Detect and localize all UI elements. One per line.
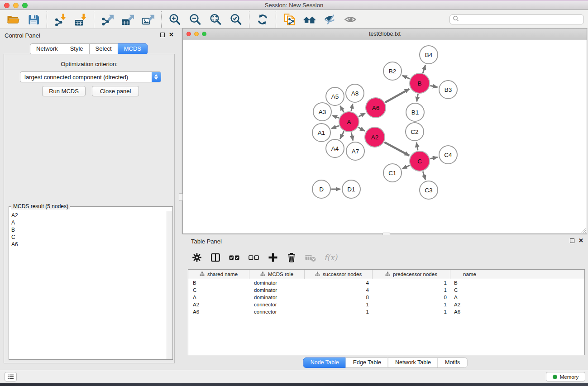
table-row[interactable]: A2connector11A2: [188, 301, 584, 308]
result-list-item[interactable]: A: [10, 219, 167, 226]
first-neighbors-icon[interactable]: [302, 12, 317, 27]
network-zoom-button[interactable]: [202, 32, 206, 36]
graph-edge-A-A3[interactable]: [333, 115, 339, 118]
close-panel-icon[interactable]: ✕: [169, 33, 174, 37]
result-list-item[interactable]: A6: [10, 241, 167, 248]
graph-edge-A-A6[interactable]: [359, 113, 365, 117]
tab-select[interactable]: Select: [89, 43, 118, 55]
graph-edge-A-A7[interactable]: [351, 133, 353, 141]
network-close-button[interactable]: [186, 32, 191, 36]
table-settings-gear-icon[interactable]: [191, 252, 202, 263]
table-cell[interactable]: A2: [188, 301, 249, 308]
graph-node-A1[interactable]: A1: [312, 124, 330, 142]
graph-edge-C-C3[interactable]: [423, 172, 425, 180]
graph-edge-C-C4[interactable]: [430, 157, 437, 159]
export-table-icon[interactable]: [120, 12, 135, 27]
table-cell[interactable]: 4: [305, 286, 373, 294]
zoom-fit-icon[interactable]: [208, 12, 223, 27]
column-header-shared-name[interactable]: shared name: [188, 270, 249, 279]
graph-edge-A2-C[interactable]: [384, 142, 409, 155]
delete-column-trash-icon[interactable]: [286, 252, 297, 263]
table-cell[interactable]: C: [450, 286, 489, 294]
graph-node-A2[interactable]: A2: [365, 127, 385, 147]
result-list-item[interactable]: A2: [10, 212, 167, 219]
tab-node-table[interactable]: Node Table: [303, 357, 346, 368]
tab-mcds[interactable]: MCDS: [118, 43, 148, 55]
network-minimize-button[interactable]: [194, 32, 199, 36]
zoom-window-button[interactable]: [22, 3, 28, 8]
graph-node-A8[interactable]: A8: [346, 84, 364, 102]
graph-edge-A-A5[interactable]: [340, 106, 344, 112]
table-cell[interactable]: [489, 286, 584, 294]
splitter-handle-vertical[interactable]: [179, 193, 183, 201]
graph-node-C[interactable]: C: [410, 151, 430, 171]
graph-node-B2[interactable]: B2: [383, 62, 402, 80]
float-panel-icon[interactable]: [160, 33, 165, 37]
graph-edge-A-A1[interactable]: [331, 126, 339, 129]
column-header-mcds-role[interactable]: MCDS role: [249, 270, 305, 279]
graph-edge-B-B2[interactable]: [402, 76, 410, 79]
table-row[interactable]: Cdominator41C: [188, 286, 584, 294]
result-list-item[interactable]: B: [10, 226, 167, 234]
table-row[interactable]: A6connector11A6: [188, 308, 584, 315]
network-from-selection-icon[interactable]: [282, 12, 296, 27]
graph-edge-C-C1[interactable]: [402, 166, 410, 169]
zoom-out-icon[interactable]: [188, 12, 202, 27]
tab-style[interactable]: Style: [64, 43, 90, 55]
table-cell[interactable]: [489, 279, 584, 286]
tab-network-table[interactable]: Network Table: [388, 357, 438, 368]
add-column-icon[interactable]: [268, 252, 278, 263]
table-cell[interactable]: A6: [450, 308, 489, 315]
column-header-name[interactable]: name: [450, 270, 489, 279]
table-cell[interactable]: [489, 294, 584, 301]
export-network-icon[interactable]: [100, 12, 115, 27]
table-cell[interactable]: connector: [249, 308, 305, 315]
graph-node-B1[interactable]: B1: [406, 103, 424, 121]
table-row[interactable]: Bdominator41B: [188, 279, 584, 286]
import-network-icon[interactable]: [53, 12, 67, 27]
graph-edge-A6-B[interactable]: [385, 89, 409, 103]
graph-edge-A-A2[interactable]: [359, 127, 365, 131]
graph-edge-B-B3[interactable]: [430, 86, 437, 87]
table-cell[interactable]: dominator: [249, 294, 305, 301]
graph-node-B[interactable]: B: [410, 73, 430, 93]
graph-node-C1[interactable]: C1: [383, 164, 402, 182]
criterion-dropdown[interactable]: largest connected component (directed): [20, 71, 161, 82]
graph-edge-A-A8[interactable]: [351, 104, 353, 111]
select-all-checkboxes-icon[interactable]: [229, 252, 240, 263]
tab-edge-table[interactable]: Edge Table: [346, 357, 388, 368]
zoom-selected-icon[interactable]: [229, 12, 243, 27]
graph-node-A[interactable]: A: [339, 112, 359, 132]
task-history-button[interactable]: [5, 372, 17, 381]
memory-button[interactable]: Memory: [546, 372, 585, 381]
graph-node-A7[interactable]: A7: [346, 142, 364, 160]
graph-node-C3[interactable]: C3: [420, 181, 438, 199]
refresh-view-icon[interactable]: [255, 12, 270, 27]
search-input[interactable]: [461, 16, 583, 23]
network-window-titlebar[interactable]: testGlobe.txt: [183, 29, 587, 40]
table-cell[interactable]: 4: [305, 279, 373, 286]
float-table-panel-icon[interactable]: [570, 238, 574, 243]
table-cell[interactable]: B: [188, 279, 249, 286]
graph-node-A3[interactable]: A3: [313, 103, 331, 121]
graph-node-C4[interactable]: C4: [439, 146, 457, 164]
table-cell[interactable]: connector: [249, 301, 305, 308]
graph-node-A6[interactable]: A6: [366, 98, 386, 118]
graph-node-B4[interactable]: B4: [420, 46, 438, 64]
table-row[interactable]: Adominator80A: [188, 294, 584, 301]
column-header-predecessor-nodes[interactable]: predecessor nodes: [373, 270, 450, 279]
run-mcds-button[interactable]: Run MCDS: [42, 86, 86, 96]
hide-selected-icon[interactable]: [323, 12, 337, 27]
graph-edge-B-B4[interactable]: [423, 65, 425, 73]
graph-edge-C-C2[interactable]: [416, 143, 418, 151]
graph-node-A4[interactable]: A4: [326, 139, 344, 157]
tab-network[interactable]: Network: [30, 43, 64, 55]
resize-grip-icon[interactable]: [580, 227, 586, 233]
table-cell[interactable]: 1: [373, 301, 450, 308]
table-cell[interactable]: 1: [373, 308, 450, 315]
table-cell[interactable]: A: [450, 294, 489, 301]
graph-node-B3[interactable]: B3: [439, 81, 457, 99]
graph-node-A5[interactable]: A5: [326, 87, 344, 105]
table-cell[interactable]: B: [450, 279, 489, 286]
graph-edge-B-B1[interactable]: [417, 94, 418, 102]
